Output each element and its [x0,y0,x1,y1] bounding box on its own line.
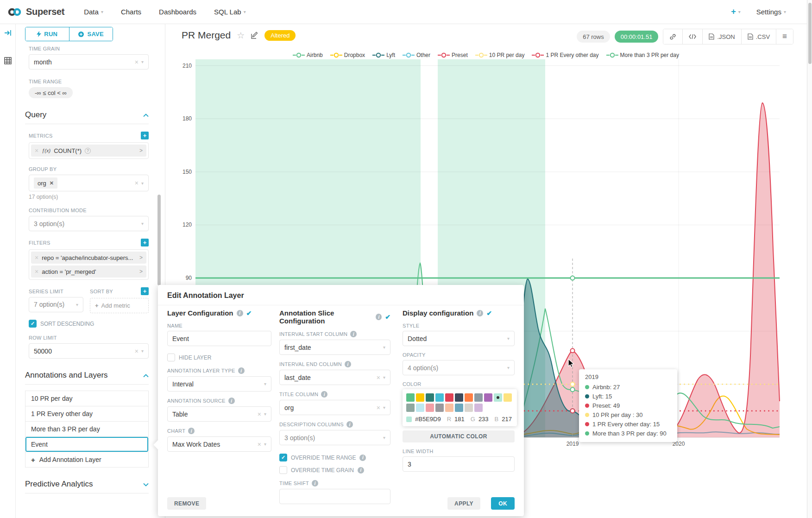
time-grain-select[interactable]: month × ▾ [29,54,149,69]
info-icon[interactable]: i [358,467,364,474]
more-menu-button[interactable]: ≡ [776,29,793,44]
color-swatch[interactable] [455,404,463,412]
clear-icon[interactable]: × [135,347,138,355]
share-link-button[interactable] [663,29,683,44]
r-value[interactable]: 181 [454,416,465,423]
annotation-layer-type-select[interactable]: Interval▾ [167,376,271,392]
color-swatch[interactable] [445,393,453,402]
embed-code-button[interactable] [683,29,703,44]
favorite-star-icon[interactable]: ☆ [237,30,245,41]
time-range-pill[interactable]: -∞ ≤ col < ∞ [29,87,73,98]
legend-item[interactable]: Preset [438,52,468,58]
interval-start-column-select[interactable]: first_date▾ [279,340,390,355]
b-value[interactable]: 217 [502,416,512,423]
color-swatch[interactable] [416,393,424,402]
legend-item[interactable]: Lyft [372,52,395,58]
row-limit-select[interactable]: 50000 × ▾ [29,343,149,359]
apply-button[interactable]: APPLY [447,497,480,510]
color-swatch[interactable] [416,404,424,412]
color-swatch[interactable] [426,393,434,402]
clear-icon[interactable]: × [135,58,138,66]
filter-pill[interactable]: ×action = 'pr_merged'> [31,265,146,278]
predictive-section-header[interactable]: Predictive Analytics [25,480,149,493]
color-swatch[interactable] [484,393,492,402]
add-annotation-layer-button[interactable]: +Add Annotation Layer [25,452,149,467]
contribution-mode-select[interactable]: 3 option(s) ▾ [29,216,149,231]
color-swatch[interactable] [474,404,483,412]
legend-item[interactable]: Airbnb [293,52,323,58]
description-columns-select[interactable]: 3 option(s)▾ [279,430,390,445]
page-scrollbar[interactable] [807,0,812,518]
legend-item[interactable]: 1 PR Every other day [532,52,598,58]
info-icon[interactable]: i [321,391,327,398]
series-limit-select[interactable]: 7 option(s) ▾ [29,297,83,312]
color-swatch[interactable] [465,404,473,412]
clear-icon[interactable]: × [258,441,261,448]
style-select[interactable]: Dotted▾ [403,331,515,346]
export-json-button[interactable]: .JSON [703,29,741,44]
interval-end-column-select[interactable]: last_date×▾ [279,370,390,385]
color-swatch[interactable] [426,404,434,412]
legend-item[interactable]: 10 PR per day [475,52,525,58]
legend-item[interactable]: Dropbox [330,52,365,58]
export-csv-button[interactable]: .CSV [742,29,776,44]
metric-pill[interactable]: × ƒ(x) COUNT(*) ? > [31,145,146,157]
add-sort-metric-button[interactable]: + [141,287,149,295]
nav-item-dashboards[interactable]: Dashboards [159,8,196,16]
expand-icon[interactable]: > [139,268,143,275]
color-swatch[interactable] [494,393,502,402]
info-icon[interactable]: i [312,480,318,486]
remove-tag-icon[interactable]: ✕ [50,180,54,186]
new-button[interactable]: +▾ [731,7,741,17]
collapse-panel-icon[interactable] [4,29,12,37]
chart-select[interactable]: Max Work Dates×▾ [167,436,271,452]
edit-pencil-icon[interactable] [251,32,258,39]
clear-icon[interactable]: × [135,179,138,187]
annotations-section-header[interactable]: Annotations and Layers [25,371,149,385]
time-shift-input[interactable] [279,489,390,504]
title-column-select[interactable]: org×▾ [279,400,390,415]
datasource-grid-icon[interactable] [4,57,12,65]
legend-item[interactable]: Other [403,52,430,58]
opacity-select[interactable]: 4 option(s)▾ [403,360,515,375]
nav-item-sqllab[interactable]: SQL Lab▾ [214,8,246,16]
override-time-grain-row[interactable]: OVERRIDE TIME GRAIN i [279,466,390,474]
query-section-header[interactable]: Query [25,110,149,124]
add-filter-button[interactable]: + [141,239,149,246]
annotation-source-select[interactable]: Table×▾ [167,406,271,422]
run-button[interactable]: RUN [25,27,69,41]
panel-scrollbar-thumb[interactable] [157,195,161,285]
info-icon[interactable]: i [238,367,245,374]
info-icon[interactable]: i [237,310,243,316]
expand-icon[interactable]: > [139,254,143,261]
settings-menu[interactable]: Settings▾ [756,8,786,16]
color-swatch[interactable] [435,393,444,402]
automatic-color-button[interactable]: AUTOMATIC COLOR [403,430,515,442]
color-swatch[interactable] [406,393,415,402]
info-icon[interactable]: i [345,361,351,367]
color-swatch[interactable] [445,404,453,412]
clear-icon[interactable]: × [377,374,380,381]
ok-button[interactable]: OK [491,497,515,510]
annotation-layer-item[interactable]: More than 3 PR per day [25,421,149,437]
color-swatch[interactable] [455,393,463,402]
clear-icon[interactable]: × [377,404,380,411]
sort-descending-row[interactable]: ✓ SORT DESCENDING [29,320,149,328]
clear-icon[interactable]: × [258,411,261,418]
override-time-range-row[interactable]: ✓ OVERRIDE TIME RANGE i [279,454,390,461]
remove-filter-icon[interactable]: × [35,268,38,275]
info-icon[interactable]: i [477,310,483,316]
color-swatch[interactable] [504,393,512,402]
remove-filter-icon[interactable]: × [35,254,38,261]
hide-layer-row[interactable]: HIDE LAYER [167,354,271,361]
filter-pill[interactable]: ×repo = 'apache/incubator-supers...> [31,252,146,264]
g-value[interactable]: 233 [478,416,489,423]
save-button[interactable]: SAVE [69,27,113,41]
remove-metric-icon[interactable]: × [35,147,38,154]
info-icon[interactable]: i [350,331,357,337]
info-icon[interactable]: i [188,428,195,434]
nav-item-data[interactable]: Data▾ [84,8,103,16]
sort-by-add-metric[interactable]: +Add metric [90,298,149,313]
legend-item[interactable]: More than 3 PR per day [606,52,679,58]
add-metric-button[interactable]: + [141,132,149,139]
